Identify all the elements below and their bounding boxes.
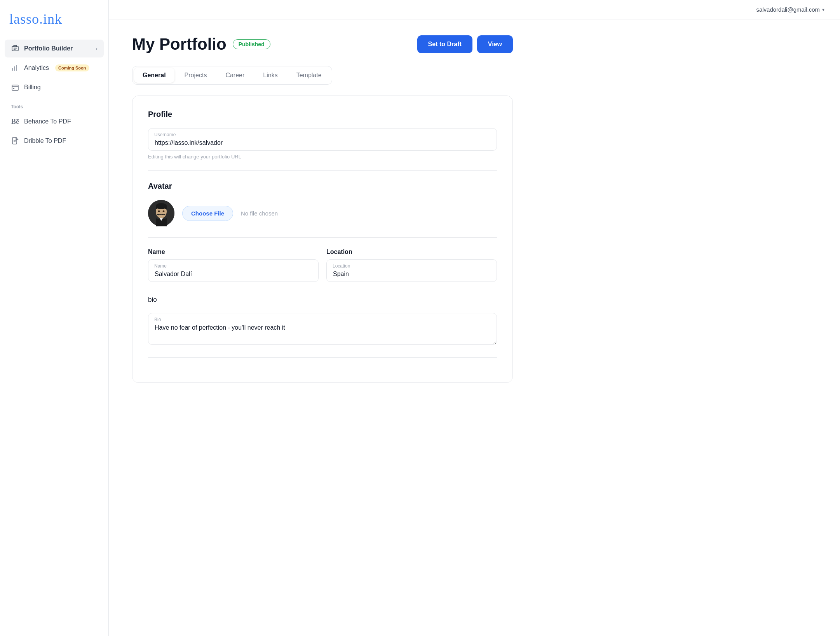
page-header: My Portfolio Published Set to Draft View (132, 35, 513, 54)
view-button[interactable]: View (477, 35, 513, 53)
main-content: salvadordali@gmail.com ▾ My Portfolio Pu… (109, 0, 840, 636)
page-title-area: My Portfolio Published (132, 35, 270, 54)
username-input-group: Username (148, 128, 497, 151)
svg-point-19 (158, 210, 160, 212)
name-location-row: Name Name Location Location (148, 248, 497, 285)
header-buttons: Set to Draft View (417, 35, 513, 53)
tab-template[interactable]: Template (288, 68, 330, 83)
bottom-divider (148, 357, 497, 358)
location-input[interactable] (326, 259, 497, 282)
billing-icon (11, 83, 19, 92)
page-content: My Portfolio Published Set to Draft View… (109, 19, 536, 398)
published-badge: Published (233, 39, 270, 49)
topbar: salvadordali@gmail.com ▾ (109, 0, 840, 19)
behance-to-pdf-label: Behance To PDF (24, 118, 71, 125)
name-input-group: Name (148, 259, 319, 282)
profile-divider (148, 170, 497, 171)
user-menu[interactable]: salvadordali@gmail.com ▾ (756, 6, 824, 13)
analytics-label: Analytics (24, 64, 49, 71)
profile-section: Profile Username Editing this will chang… (148, 110, 497, 160)
sidebar-item-portfolio-builder[interactable]: Portfolio Builder › (5, 40, 104, 57)
logo-area: lasso.ink (0, 11, 108, 40)
svg-rect-17 (156, 205, 157, 209)
tab-general[interactable]: General (134, 68, 174, 83)
page-title: My Portfolio (132, 35, 227, 54)
username-input[interactable] (148, 128, 497, 151)
avatar-row: Choose File No file chosen (148, 200, 497, 226)
doc-icon (11, 137, 19, 145)
tabs-bar: General Projects Career Links Template (132, 66, 332, 85)
bio-section: bio Bio Have no fear of perfection - you… (148, 296, 497, 346)
avatar-image (148, 200, 174, 226)
location-col: Location Location (326, 248, 497, 285)
name-label: Name (154, 263, 167, 269)
svg-rect-4 (12, 68, 13, 71)
set-to-draft-button[interactable]: Set to Draft (417, 35, 472, 53)
portfolio-builder-arrow: › (96, 45, 98, 52)
tools-nav: Bē Behance To PDF Dribble To PDF (0, 113, 108, 150)
portfolio-builder-label: Portfolio Builder (24, 45, 73, 52)
no-file-text: No file chosen (241, 210, 278, 217)
portfolio-builder-icon (11, 44, 19, 53)
analytics-coming-soon-badge: Coming Soon (55, 64, 89, 71)
sidebar-item-billing[interactable]: Billing (5, 78, 104, 96)
bio-label: Bio (154, 317, 161, 322)
svg-rect-18 (165, 205, 167, 209)
avatar-section-title: Avatar (148, 182, 497, 191)
name-input[interactable] (148, 259, 319, 282)
location-input-group: Location (326, 259, 497, 282)
svg-rect-5 (14, 66, 15, 71)
choose-file-button[interactable]: Choose File (182, 206, 233, 221)
main-nav: Portfolio Builder › Analytics Coming Soo… (0, 40, 108, 96)
svg-rect-10 (13, 88, 14, 89)
behance-icon: Bē (11, 117, 19, 126)
user-email: salvadordali@gmail.com (756, 6, 820, 13)
tab-career[interactable]: Career (217, 68, 253, 83)
bio-section-title: bio (148, 296, 497, 304)
dribble-to-pdf-label: Dribble To PDF (24, 137, 66, 144)
profile-section-title: Profile (148, 110, 497, 119)
location-col-label: Location (326, 248, 497, 255)
sidebar-item-dribble-to-pdf[interactable]: Dribble To PDF (5, 132, 104, 150)
billing-label: Billing (24, 84, 41, 91)
avatar (148, 200, 174, 226)
svg-rect-6 (16, 65, 17, 71)
bio-textarea[interactable]: Have no fear of perfection - you'll neve… (148, 313, 497, 345)
location-label: Location (333, 263, 350, 269)
username-label: Username (154, 132, 176, 137)
tab-links[interactable]: Links (254, 68, 286, 83)
name-col: Name Name (148, 248, 319, 285)
name-location-divider (148, 237, 497, 238)
svg-point-16 (156, 203, 167, 209)
analytics-icon (11, 64, 19, 72)
username-hint: Editing this will change your portfolio … (148, 154, 497, 160)
tools-section-label: Tools (0, 96, 108, 113)
tab-projects[interactable]: Projects (176, 68, 216, 83)
form-card: Profile Username Editing this will chang… (132, 96, 513, 383)
avatar-section: Avatar (148, 182, 497, 226)
sidebar-item-behance-to-pdf[interactable]: Bē Behance To PDF (5, 113, 104, 130)
name-col-label: Name (148, 248, 319, 255)
user-menu-chevron-icon: ▾ (822, 7, 824, 12)
svg-point-20 (163, 210, 165, 212)
sidebar-item-analytics[interactable]: Analytics Coming Soon (5, 59, 104, 77)
sidebar: lasso.ink Portfolio Builder › (0, 0, 109, 636)
app-logo: lasso.ink (9, 11, 62, 27)
svg-rect-8 (12, 85, 18, 90)
bio-input-group: Bio Have no fear of perfection - you'll … (148, 313, 497, 346)
